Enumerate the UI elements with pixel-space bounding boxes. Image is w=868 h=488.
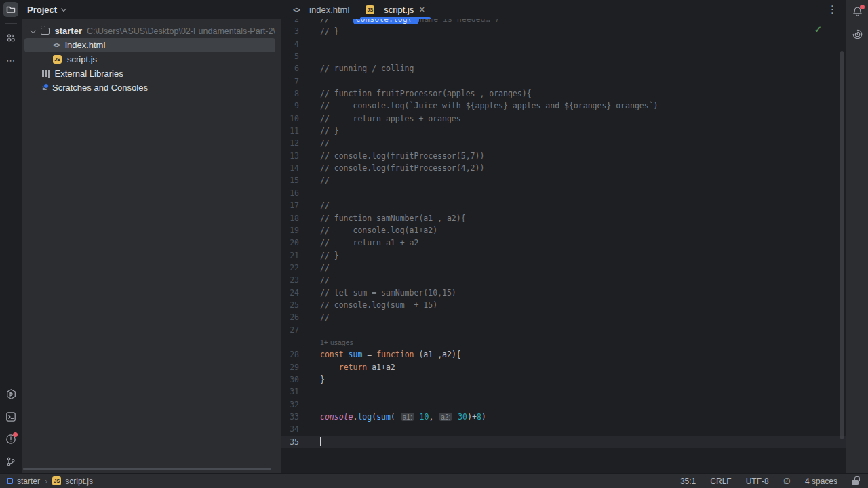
line-number[interactable]: 12 — [281, 137, 320, 149]
line-number[interactable]: 10 — [281, 113, 320, 125]
vertical-scrollbar[interactable] — [840, 51, 844, 439]
code-line-33[interactable]: 33console.log(sum( a1: 10, a2: 30)+8) — [281, 411, 846, 423]
inspections-ok-icon[interactable]: ✓ — [814, 24, 822, 35]
line-number[interactable]: 29 — [281, 361, 320, 373]
code-line-21[interactable]: 21// } — [281, 249, 846, 262]
more-options-icon[interactable]: ⋮ — [827, 3, 837, 16]
line-number[interactable]: 7 — [281, 75, 320, 87]
line-number[interactable]: 30 — [281, 373, 320, 386]
line-number[interactable]: 18 — [281, 212, 320, 224]
code-line-10[interactable]: 10// return apples + oranges — [281, 113, 846, 125]
line-number[interactable]: 35 — [281, 436, 320, 448]
line-number[interactable]: 8 — [281, 87, 320, 100]
line-number[interactable]: 17 — [281, 199, 320, 211]
code-line-16[interactable]: 16 — [281, 187, 846, 199]
breadcrumb-script-js[interactable]: JSscript.js — [52, 476, 93, 486]
code-line-32[interactable]: 32 — [281, 399, 846, 411]
chevron-down-icon[interactable] — [31, 28, 36, 33]
code-line-27[interactable]: 27 — [281, 324, 846, 336]
line-number[interactable]: 24 — [281, 287, 320, 299]
line-number[interactable]: 33 — [281, 411, 320, 423]
tree-item-scratches-and-consoles[interactable]: ≡Scratches and Consoles — [24, 81, 275, 95]
code-line-23[interactable]: 23// — [281, 274, 846, 286]
services-tool-button[interactable] — [3, 386, 18, 401]
line-number[interactable]: 3 — [281, 25, 320, 37]
line-number[interactable]: 2 — [281, 19, 320, 25]
line-number[interactable]: 9 — [281, 100, 320, 112]
problems-tool-button[interactable] — [3, 432, 18, 447]
project-panel-header[interactable]: Project — [27, 0, 66, 19]
line-ending[interactable]: CRLF — [710, 476, 731, 486]
caret-position[interactable]: 35:1 — [680, 476, 696, 486]
line-number[interactable]: 34 — [281, 423, 320, 435]
notifications-button[interactable] — [850, 4, 865, 19]
code-line-8[interactable]: 8// function fruitProcessor(apples , ora… — [281, 87, 846, 100]
project-tool-button[interactable] — [3, 2, 18, 17]
code-line-2[interactable]: 2// console.log(`name is needed…`) — [281, 19, 846, 25]
line-number[interactable]: 19 — [281, 224, 320, 237]
line-number[interactable]: 11 — [281, 125, 320, 137]
code-line-4[interactable]: 4 — [281, 38, 846, 50]
code-line-25[interactable]: 25// console.log(sum + 15) — [281, 299, 846, 311]
usages-inlay-hint[interactable]: 1+ usages — [320, 336, 353, 348]
line-number[interactable]: 4 — [281, 38, 320, 50]
line-number[interactable]: 23 — [281, 274, 320, 286]
code-line-20[interactable]: 20// return a1 + a2 — [281, 237, 846, 249]
encoding[interactable]: UTF-8 — [746, 476, 769, 486]
code-line-9[interactable]: 9// console.log(`Juice with ${apples} ap… — [281, 100, 846, 112]
line-number[interactable]: 31 — [281, 386, 320, 398]
code-line-34[interactable]: 34 — [281, 423, 846, 435]
code-line-22[interactable]: 22// — [281, 262, 846, 274]
code-line-28[interactable]: 28const sum = function (a1 ,a2){ — [281, 348, 846, 361]
code-line-18[interactable]: 18// function samNumber(a1 , a2){ — [281, 212, 846, 224]
code-line-14[interactable]: 14// console.log(fruitProcessor(4,2)) — [281, 162, 846, 174]
line-number[interactable]: 21 — [281, 249, 320, 262]
code-line-35[interactable]: 35 — [281, 436, 846, 448]
code-line-26[interactable]: 26// — [281, 311, 846, 323]
terminal-tool-button[interactable] — [3, 409, 18, 424]
unlocked-icon[interactable] — [852, 480, 859, 485]
structure-tool-button[interactable] — [3, 30, 18, 45]
close-icon[interactable]: × — [419, 5, 425, 14]
code-editor[interactable]: 2// console.log(`name is needed…`)3// }4… — [281, 19, 846, 473]
line-number[interactable]: 14 — [281, 162, 320, 174]
line-number[interactable]: 27 — [281, 324, 320, 336]
code-line-6[interactable]: 6// running / colling — [281, 62, 846, 75]
line-number[interactable]: 5 — [281, 50, 320, 62]
line-number[interactable]: 15 — [281, 174, 320, 186]
line-number[interactable]: 22 — [281, 262, 320, 274]
indentation[interactable]: 4 spaces — [805, 476, 837, 486]
version-control-tool-button[interactable] — [3, 454, 18, 469]
line-number[interactable]: 25 — [281, 299, 320, 311]
line-number[interactable]: 28 — [281, 348, 320, 361]
line-number[interactable]: 13 — [281, 150, 320, 162]
breadcrumb-starter[interactable]: starter — [7, 476, 40, 486]
tree-item-starter[interactable]: starterC:\Users\ASUS\Desktop\02-Fundamen… — [24, 24, 275, 38]
code-line-31[interactable]: 31 — [281, 386, 846, 398]
code-line-17[interactable]: 17// — [281, 199, 846, 211]
line-number[interactable]: 6 — [281, 62, 320, 75]
tree-item-index-html[interactable]: <>index.html — [24, 38, 275, 52]
code-line-19[interactable]: 19// console.log(a1+a2) — [281, 224, 846, 237]
code-line-24[interactable]: 24// let sum = samNumber(10,15) — [281, 287, 846, 299]
tab-index.html[interactable]: <>index.html — [285, 0, 357, 19]
ai-assistant-button[interactable] — [850, 26, 865, 41]
highlighting-disabled-icon[interactable]: ∅ — [783, 476, 791, 486]
code-line-11[interactable]: 11// } — [281, 125, 846, 137]
code-line-12[interactable]: 12// — [281, 137, 846, 149]
tab-script.js[interactable]: JSscript.js× — [357, 0, 433, 19]
code-line-13[interactable]: 13// console.log(fruitProcessor(5,7)) — [281, 150, 846, 162]
code-line-30[interactable]: 30} — [281, 373, 846, 386]
line-number[interactable]: 26 — [281, 311, 320, 323]
more-tool-windows-button[interactable]: ⋯ — [3, 53, 18, 68]
code-line-15[interactable]: 15// — [281, 174, 846, 186]
code-line-3[interactable]: 3// } — [281, 25, 846, 37]
code-line-5[interactable]: 5 — [281, 50, 846, 62]
code-line-7[interactable]: 7 — [281, 75, 846, 87]
tree-item-external-libraries[interactable]: External Libraries — [24, 66, 275, 81]
line-number[interactable]: 32 — [281, 399, 320, 411]
horizontal-scrollbar[interactable] — [23, 468, 271, 470]
tree-item-script-js[interactable]: JSscript.js — [24, 52, 275, 66]
line-number[interactable]: 20 — [281, 237, 320, 249]
line-number[interactable]: 16 — [281, 187, 320, 199]
